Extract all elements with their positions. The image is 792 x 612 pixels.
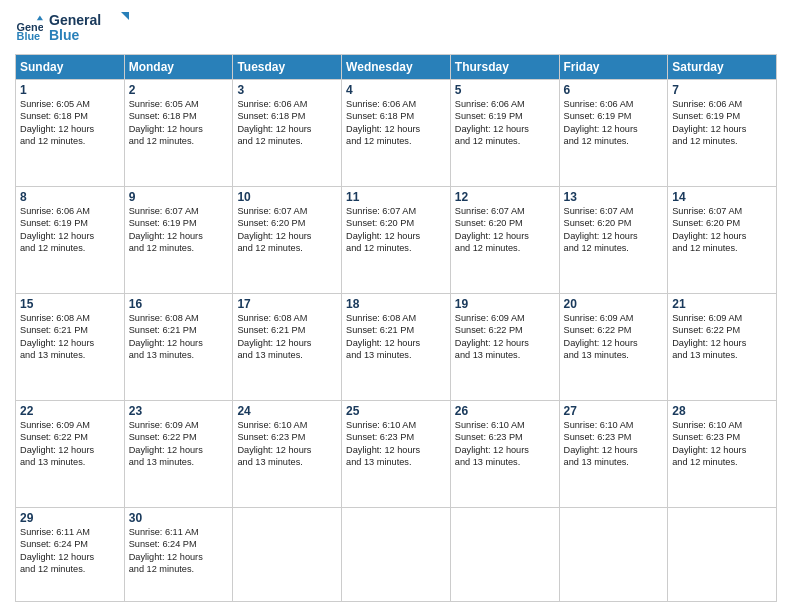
calendar-cell: 30Sunrise: 6:11 AMSunset: 6:24 PMDayligh… — [124, 508, 233, 602]
day-number: 1 — [20, 83, 120, 97]
day-number: 19 — [455, 297, 555, 311]
col-wednesday: Wednesday — [342, 55, 451, 80]
day-info: Sunrise: 6:08 AMSunset: 6:21 PMDaylight:… — [346, 312, 446, 362]
day-info: Sunrise: 6:10 AMSunset: 6:23 PMDaylight:… — [564, 419, 664, 469]
calendar-cell: 12Sunrise: 6:07 AMSunset: 6:20 PMDayligh… — [450, 187, 559, 294]
calendar-cell: 7Sunrise: 6:06 AMSunset: 6:19 PMDaylight… — [668, 80, 777, 187]
day-number: 28 — [672, 404, 772, 418]
day-info: Sunrise: 6:06 AMSunset: 6:19 PMDaylight:… — [20, 205, 120, 255]
calendar-cell: 20Sunrise: 6:09 AMSunset: 6:22 PMDayligh… — [559, 294, 668, 401]
calendar-cell — [668, 508, 777, 602]
day-info: Sunrise: 6:05 AMSunset: 6:18 PMDaylight:… — [129, 98, 229, 148]
calendar-cell: 19Sunrise: 6:09 AMSunset: 6:22 PMDayligh… — [450, 294, 559, 401]
week-row-2: 8Sunrise: 6:06 AMSunset: 6:19 PMDaylight… — [16, 187, 777, 294]
calendar-cell: 4Sunrise: 6:06 AMSunset: 6:18 PMDaylight… — [342, 80, 451, 187]
logo-svg: General Blue — [49, 10, 129, 46]
calendar-cell: 1Sunrise: 6:05 AMSunset: 6:18 PMDaylight… — [16, 80, 125, 187]
calendar-cell: 10Sunrise: 6:07 AMSunset: 6:20 PMDayligh… — [233, 187, 342, 294]
week-row-1: 1Sunrise: 6:05 AMSunset: 6:18 PMDaylight… — [16, 80, 777, 187]
svg-marker-5 — [121, 12, 129, 22]
calendar-cell: 28Sunrise: 6:10 AMSunset: 6:23 PMDayligh… — [668, 401, 777, 508]
day-number: 14 — [672, 190, 772, 204]
calendar-cell: 3Sunrise: 6:06 AMSunset: 6:18 PMDaylight… — [233, 80, 342, 187]
calendar-cell: 14Sunrise: 6:07 AMSunset: 6:20 PMDayligh… — [668, 187, 777, 294]
day-info: Sunrise: 6:06 AMSunset: 6:18 PMDaylight:… — [346, 98, 446, 148]
logo-icon: General Blue — [15, 14, 43, 42]
day-number: 22 — [20, 404, 120, 418]
day-info: Sunrise: 6:07 AMSunset: 6:20 PMDaylight:… — [237, 205, 337, 255]
svg-text:Blue: Blue — [49, 27, 80, 43]
day-info: Sunrise: 6:11 AMSunset: 6:24 PMDaylight:… — [20, 526, 120, 576]
day-number: 21 — [672, 297, 772, 311]
calendar-cell: 24Sunrise: 6:10 AMSunset: 6:23 PMDayligh… — [233, 401, 342, 508]
calendar-cell: 16Sunrise: 6:08 AMSunset: 6:21 PMDayligh… — [124, 294, 233, 401]
calendar-cell — [559, 508, 668, 602]
calendar-cell: 13Sunrise: 6:07 AMSunset: 6:20 PMDayligh… — [559, 187, 668, 294]
day-number: 9 — [129, 190, 229, 204]
day-info: Sunrise: 6:07 AMSunset: 6:20 PMDaylight:… — [455, 205, 555, 255]
calendar-cell: 27Sunrise: 6:10 AMSunset: 6:23 PMDayligh… — [559, 401, 668, 508]
svg-marker-2 — [37, 16, 43, 21]
day-info: Sunrise: 6:08 AMSunset: 6:21 PMDaylight:… — [20, 312, 120, 362]
day-number: 27 — [564, 404, 664, 418]
day-info: Sunrise: 6:09 AMSunset: 6:22 PMDaylight:… — [672, 312, 772, 362]
day-number: 8 — [20, 190, 120, 204]
day-info: Sunrise: 6:09 AMSunset: 6:22 PMDaylight:… — [20, 419, 120, 469]
day-info: Sunrise: 6:09 AMSunset: 6:22 PMDaylight:… — [455, 312, 555, 362]
day-number: 29 — [20, 511, 120, 525]
day-info: Sunrise: 6:10 AMSunset: 6:23 PMDaylight:… — [455, 419, 555, 469]
day-number: 12 — [455, 190, 555, 204]
calendar-cell: 26Sunrise: 6:10 AMSunset: 6:23 PMDayligh… — [450, 401, 559, 508]
day-number: 4 — [346, 83, 446, 97]
calendar-cell: 5Sunrise: 6:06 AMSunset: 6:19 PMDaylight… — [450, 80, 559, 187]
day-info: Sunrise: 6:07 AMSunset: 6:20 PMDaylight:… — [672, 205, 772, 255]
calendar-cell: 21Sunrise: 6:09 AMSunset: 6:22 PMDayligh… — [668, 294, 777, 401]
day-info: Sunrise: 6:07 AMSunset: 6:20 PMDaylight:… — [564, 205, 664, 255]
day-number: 24 — [237, 404, 337, 418]
day-info: Sunrise: 6:10 AMSunset: 6:23 PMDaylight:… — [346, 419, 446, 469]
day-number: 25 — [346, 404, 446, 418]
calendar-header-row: Sunday Monday Tuesday Wednesday Thursday… — [16, 55, 777, 80]
calendar-cell: 22Sunrise: 6:09 AMSunset: 6:22 PMDayligh… — [16, 401, 125, 508]
day-number: 13 — [564, 190, 664, 204]
calendar-cell: 23Sunrise: 6:09 AMSunset: 6:22 PMDayligh… — [124, 401, 233, 508]
page: General Blue General Blue Sunday Monday … — [0, 0, 792, 612]
day-info: Sunrise: 6:10 AMSunset: 6:23 PMDaylight:… — [672, 419, 772, 469]
svg-text:Blue: Blue — [17, 30, 41, 42]
day-info: Sunrise: 6:10 AMSunset: 6:23 PMDaylight:… — [237, 419, 337, 469]
col-friday: Friday — [559, 55, 668, 80]
day-info: Sunrise: 6:07 AMSunset: 6:19 PMDaylight:… — [129, 205, 229, 255]
day-number: 23 — [129, 404, 229, 418]
day-number: 3 — [237, 83, 337, 97]
day-info: Sunrise: 6:06 AMSunset: 6:18 PMDaylight:… — [237, 98, 337, 148]
col-saturday: Saturday — [668, 55, 777, 80]
day-info: Sunrise: 6:07 AMSunset: 6:20 PMDaylight:… — [346, 205, 446, 255]
day-info: Sunrise: 6:08 AMSunset: 6:21 PMDaylight:… — [237, 312, 337, 362]
day-number: 15 — [20, 297, 120, 311]
day-number: 7 — [672, 83, 772, 97]
day-info: Sunrise: 6:09 AMSunset: 6:22 PMDaylight:… — [129, 419, 229, 469]
day-number: 30 — [129, 511, 229, 525]
day-info: Sunrise: 6:11 AMSunset: 6:24 PMDaylight:… — [129, 526, 229, 576]
calendar-cell: 25Sunrise: 6:10 AMSunset: 6:23 PMDayligh… — [342, 401, 451, 508]
day-number: 11 — [346, 190, 446, 204]
day-number: 20 — [564, 297, 664, 311]
day-number: 10 — [237, 190, 337, 204]
calendar-cell — [450, 508, 559, 602]
col-monday: Monday — [124, 55, 233, 80]
week-row-5: 29Sunrise: 6:11 AMSunset: 6:24 PMDayligh… — [16, 508, 777, 602]
day-number: 6 — [564, 83, 664, 97]
calendar-cell: 2Sunrise: 6:05 AMSunset: 6:18 PMDaylight… — [124, 80, 233, 187]
day-number: 17 — [237, 297, 337, 311]
calendar-cell: 18Sunrise: 6:08 AMSunset: 6:21 PMDayligh… — [342, 294, 451, 401]
day-info: Sunrise: 6:08 AMSunset: 6:21 PMDaylight:… — [129, 312, 229, 362]
calendar-cell — [342, 508, 451, 602]
svg-text:General: General — [49, 12, 101, 28]
calendar-cell — [233, 508, 342, 602]
day-info: Sunrise: 6:09 AMSunset: 6:22 PMDaylight:… — [564, 312, 664, 362]
calendar-cell: 11Sunrise: 6:07 AMSunset: 6:20 PMDayligh… — [342, 187, 451, 294]
header: General Blue General Blue — [15, 10, 777, 46]
calendar-cell: 17Sunrise: 6:08 AMSunset: 6:21 PMDayligh… — [233, 294, 342, 401]
day-info: Sunrise: 6:06 AMSunset: 6:19 PMDaylight:… — [455, 98, 555, 148]
calendar: Sunday Monday Tuesday Wednesday Thursday… — [15, 54, 777, 602]
